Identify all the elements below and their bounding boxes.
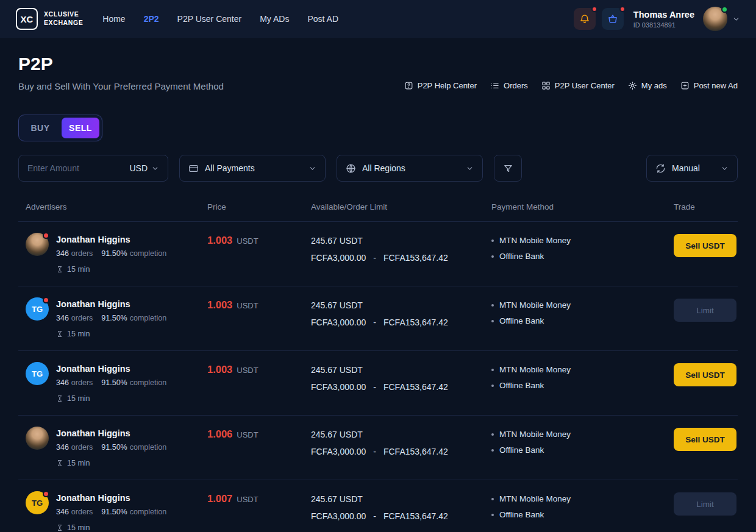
payment-methods: MTN Mobile MoneyOffline Bank — [484, 491, 666, 532]
hourglass-icon — [56, 330, 63, 338]
bullet-dot — [491, 239, 494, 242]
price-value: 1.003 — [207, 364, 232, 375]
navbar-right: Thomas Anree ID 038134891 — [574, 7, 740, 31]
order-limit: FCFA3,000.00-FCFA153,647.42 — [311, 253, 484, 263]
payment-methods: MTN Mobile MoneyOffline Bank — [484, 297, 666, 338]
col-advertisers: Advertisers — [18, 202, 200, 211]
available-amount: 245.67 USDT — [311, 300, 484, 310]
avg-release-time: 15 min — [56, 330, 166, 338]
price-value: 1.006 — [207, 428, 232, 440]
advertiser-avatar[interactable] — [26, 427, 49, 450]
bullet-dot — [491, 433, 494, 436]
price-cell: 1.003 USDT — [200, 362, 304, 403]
nav-item-my-ads[interactable]: My ADs — [260, 14, 289, 24]
orders-link[interactable]: Orders — [490, 81, 528, 90]
advertiser-avatar[interactable] — [26, 233, 49, 256]
p2p-user-center-link[interactable]: P2P User Center — [541, 81, 615, 90]
available-amount: 245.67 USDT — [311, 494, 484, 504]
trade-cell: Sell USDT — [666, 427, 738, 467]
avatar[interactable] — [703, 7, 727, 31]
payments-dropdown[interactable]: All Payments — [179, 155, 326, 182]
price-currency: USDT — [237, 495, 258, 504]
payment-methods: MTN Mobile MoneyOffline Bank — [484, 427, 666, 467]
price-currency: USDT — [237, 301, 258, 310]
regions-dropdown[interactable]: All Regions — [337, 155, 483, 182]
grid-icon — [541, 81, 551, 90]
filter-button[interactable] — [494, 155, 522, 182]
trade-cell: Sell USDT — [666, 362, 738, 403]
basket-button[interactable] — [602, 8, 624, 30]
col-trade: Trade — [666, 202, 738, 211]
payment-method: MTN Mobile Money — [491, 430, 666, 439]
payment-method: Offline Bank — [491, 252, 666, 261]
available-amount: 245.67 USDT — [311, 365, 484, 375]
amount-input[interactable] — [27, 163, 105, 173]
tab-buy[interactable]: BUY — [21, 118, 59, 138]
advertiser-cell: TG Jonathan Higgins 346orders 91.50%comp… — [18, 297, 200, 338]
order-limit: FCFA3,000.00-FCFA153,647.42 — [311, 382, 484, 392]
brand-logo[interactable]: XC XCLUSIVE EXCHANGE — [16, 8, 83, 30]
price-cell: 1.006 USDT — [200, 427, 304, 467]
user-info: Thomas Anree ID 038134891 — [633, 10, 694, 29]
order-limit: FCFA3,000.00-FCFA153,647.42 — [311, 511, 484, 521]
payment-method: MTN Mobile Money — [491, 236, 666, 245]
tab-sell[interactable]: SELL — [62, 118, 99, 138]
hourglass-icon — [56, 524, 63, 531]
available-cell: 245.67 USDT FCFA3,000.00-FCFA153,647.42 — [304, 491, 484, 532]
page-header: P2P Buy and Sell With Your Preferred Pay… — [18, 54, 738, 91]
available-amount: 245.67 USDT — [311, 236, 484, 246]
trade-button[interactable]: Limit — [674, 492, 736, 516]
advertiser-name[interactable]: Jonathan Higgins — [56, 428, 166, 438]
user-name: Thomas Anree — [633, 10, 694, 20]
advertiser-avatar[interactable]: TG — [26, 362, 49, 385]
advertiser-name[interactable]: Jonathan Higgins — [56, 493, 166, 503]
hourglass-icon — [56, 459, 63, 467]
notifications-button[interactable] — [574, 8, 596, 30]
nav-item-home[interactable]: Home — [102, 14, 125, 24]
price-value: 1.003 — [207, 235, 232, 246]
trade-button[interactable]: Sell USDT — [674, 363, 736, 386]
offer-list: Jonathan Higgins 346orders 91.50%complet… — [18, 222, 738, 532]
price-currency: USDT — [237, 236, 258, 246]
payment-method: Offline Bank — [491, 445, 666, 455]
available-cell: 245.67 USDT FCFA3,000.00-FCFA153,647.42 — [304, 233, 484, 274]
bullet-dot — [491, 514, 494, 516]
refresh-mode-dropdown[interactable]: Manual — [646, 155, 738, 182]
advertiser-name[interactable]: Jonathan Higgins — [56, 364, 166, 374]
trade-button[interactable]: Sell USDT — [674, 234, 736, 257]
advertiser-name[interactable]: Jonathan Higgins — [56, 235, 166, 244]
nav-item-p2p-user-center[interactable]: P2P User Center — [177, 14, 242, 24]
nav-item-2p2[interactable]: 2P2 — [144, 14, 159, 24]
advertiser-stats: 346orders 91.50%completion — [56, 443, 166, 452]
chevron-down-icon — [151, 165, 159, 172]
trade-button[interactable]: Sell USDT — [674, 428, 736, 451]
advertiser-cell: TG Jonathan Higgins 346orders 91.50%comp… — [18, 491, 200, 532]
advertiser-name[interactable]: Jonathan Higgins — [56, 299, 166, 309]
hourglass-icon — [56, 395, 63, 402]
payment-method: Offline Bank — [491, 381, 666, 390]
post-new-ad-link[interactable]: Post new Ad — [680, 81, 738, 90]
advertiser-stats: 346orders 91.50%completion — [56, 314, 166, 322]
advertiser-avatar[interactable]: TG — [26, 297, 49, 321]
chevron-down-icon[interactable] — [732, 15, 740, 23]
globe-icon — [346, 163, 356, 174]
payment-methods: MTN Mobile MoneyOffline Bank — [484, 362, 666, 403]
nav-item-post-ad[interactable]: Post AD — [307, 14, 338, 24]
available-cell: 245.67 USDT FCFA3,000.00-FCFA153,647.42 — [304, 362, 484, 403]
page-subtitle: Buy and Sell With Your Preferred Payment… — [18, 81, 224, 91]
payment-method: Offline Bank — [491, 316, 666, 325]
advertiser-stats: 346orders 91.50%completion — [56, 249, 166, 258]
p2p-help-center-link[interactable]: P2P Help Center — [404, 81, 477, 90]
my-ads-link[interactable]: My ads — [628, 81, 667, 90]
price-cell: 1.007 USDT — [200, 491, 304, 532]
advertiser-avatar[interactable]: TG — [26, 491, 49, 514]
advertiser-cell: Jonathan Higgins 346orders 91.50%complet… — [18, 233, 200, 274]
trade-button[interactable]: Limit — [674, 299, 736, 322]
bullet-dot — [491, 304, 494, 307]
currency-selector[interactable]: USD — [129, 163, 159, 173]
advertiser-cell: Jonathan Higgins 346orders 91.50%complet… — [18, 427, 200, 467]
basket-badge — [619, 6, 626, 12]
payment-method: Offline Bank — [491, 510, 666, 519]
price-currency: USDT — [237, 366, 258, 375]
advertiser-stats: 346orders 91.50%completion — [56, 378, 166, 387]
